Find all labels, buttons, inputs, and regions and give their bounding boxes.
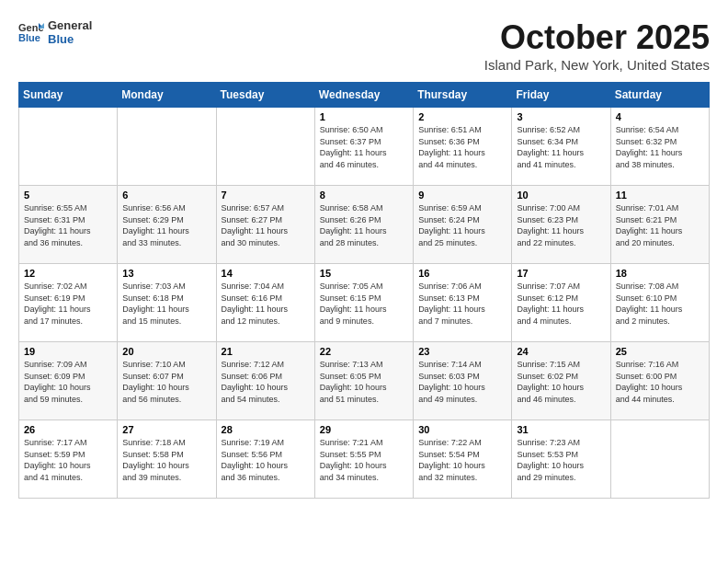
day-info: Sunrise: 7:09 AM Sunset: 6:09 PM Dayligh… bbox=[24, 359, 112, 405]
calendar-cell: 30Sunrise: 7:22 AM Sunset: 5:54 PM Dayli… bbox=[414, 420, 512, 499]
day-number: 25 bbox=[616, 346, 704, 357]
calendar-cell bbox=[610, 420, 709, 499]
day-number: 26 bbox=[24, 424, 112, 435]
day-number: 2 bbox=[418, 111, 506, 122]
day-info: Sunrise: 7:01 AM Sunset: 6:21 PM Dayligh… bbox=[616, 202, 704, 248]
day-info: Sunrise: 6:51 AM Sunset: 6:36 PM Dayligh… bbox=[418, 124, 506, 170]
calendar-subtitle: Island Park, New York, United States bbox=[484, 57, 710, 73]
day-info: Sunrise: 6:52 AM Sunset: 6:34 PM Dayligh… bbox=[517, 124, 605, 170]
weekday-header-friday: Friday bbox=[512, 83, 610, 108]
calendar-cell: 4Sunrise: 6:54 AM Sunset: 6:32 PM Daylig… bbox=[610, 108, 709, 186]
day-number: 29 bbox=[320, 424, 408, 435]
weekday-header-tuesday: Tuesday bbox=[216, 83, 314, 108]
day-info: Sunrise: 7:03 AM Sunset: 6:18 PM Dayligh… bbox=[122, 281, 210, 327]
day-info: Sunrise: 7:19 AM Sunset: 5:56 PM Dayligh… bbox=[222, 437, 310, 483]
calendar-cell bbox=[19, 108, 118, 186]
weekday-header-monday: Monday bbox=[118, 83, 216, 108]
day-number: 27 bbox=[122, 424, 210, 435]
day-info: Sunrise: 7:16 AM Sunset: 6:00 PM Dayligh… bbox=[616, 359, 704, 405]
day-info: Sunrise: 7:15 AM Sunset: 6:02 PM Dayligh… bbox=[517, 359, 605, 405]
day-info: Sunrise: 6:55 AM Sunset: 6:31 PM Dayligh… bbox=[24, 202, 112, 248]
week-row-2: 5Sunrise: 6:55 AM Sunset: 6:31 PM Daylig… bbox=[19, 186, 710, 264]
day-number: 15 bbox=[320, 268, 408, 279]
day-number: 21 bbox=[222, 346, 310, 357]
day-number: 6 bbox=[122, 190, 210, 201]
calendar-cell: 13Sunrise: 7:03 AM Sunset: 6:18 PM Dayli… bbox=[118, 264, 216, 342]
day-number: 11 bbox=[616, 190, 704, 201]
day-info: Sunrise: 7:23 AM Sunset: 5:53 PM Dayligh… bbox=[517, 437, 605, 483]
calendar-cell: 25Sunrise: 7:16 AM Sunset: 6:00 PM Dayli… bbox=[610, 342, 709, 420]
calendar-cell: 31Sunrise: 7:23 AM Sunset: 5:53 PM Dayli… bbox=[512, 420, 610, 499]
day-number: 31 bbox=[517, 424, 605, 435]
day-number: 24 bbox=[517, 346, 605, 357]
day-info: Sunrise: 7:05 AM Sunset: 6:15 PM Dayligh… bbox=[320, 281, 408, 327]
calendar-cell: 16Sunrise: 7:06 AM Sunset: 6:13 PM Dayli… bbox=[414, 264, 512, 342]
logo-blue: Blue bbox=[48, 32, 92, 46]
day-info: Sunrise: 7:22 AM Sunset: 5:54 PM Dayligh… bbox=[418, 437, 506, 483]
calendar-cell: 29Sunrise: 7:21 AM Sunset: 5:55 PM Dayli… bbox=[314, 420, 413, 499]
day-number: 1 bbox=[320, 111, 408, 122]
calendar-cell bbox=[118, 108, 216, 186]
calendar-cell: 2Sunrise: 6:51 AM Sunset: 6:36 PM Daylig… bbox=[414, 108, 512, 186]
day-info: Sunrise: 7:08 AM Sunset: 6:10 PM Dayligh… bbox=[616, 281, 704, 327]
week-row-1: 1Sunrise: 6:50 AM Sunset: 6:37 PM Daylig… bbox=[19, 108, 710, 186]
week-row-4: 19Sunrise: 7:09 AM Sunset: 6:09 PM Dayli… bbox=[19, 342, 710, 420]
day-info: Sunrise: 6:50 AM Sunset: 6:37 PM Dayligh… bbox=[320, 124, 408, 170]
day-number: 10 bbox=[517, 190, 605, 201]
day-info: Sunrise: 6:59 AM Sunset: 6:24 PM Dayligh… bbox=[418, 202, 506, 248]
calendar-cell: 3Sunrise: 6:52 AM Sunset: 6:34 PM Daylig… bbox=[512, 108, 610, 186]
calendar-cell: 28Sunrise: 7:19 AM Sunset: 5:56 PM Dayli… bbox=[216, 420, 314, 499]
weekday-header-row: SundayMondayTuesdayWednesdayThursdayFrid… bbox=[19, 83, 710, 108]
logo: General Blue General Blue bbox=[18, 18, 92, 46]
calendar-cell: 22Sunrise: 7:13 AM Sunset: 6:05 PM Dayli… bbox=[314, 342, 413, 420]
weekday-header-sunday: Sunday bbox=[19, 83, 118, 108]
day-info: Sunrise: 7:06 AM Sunset: 6:13 PM Dayligh… bbox=[418, 281, 506, 327]
calendar-cell: 19Sunrise: 7:09 AM Sunset: 6:09 PM Dayli… bbox=[19, 342, 118, 420]
day-info: Sunrise: 7:14 AM Sunset: 6:03 PM Dayligh… bbox=[418, 359, 506, 405]
weekday-header-wednesday: Wednesday bbox=[314, 83, 413, 108]
day-number: 16 bbox=[418, 268, 506, 279]
calendar-cell: 17Sunrise: 7:07 AM Sunset: 6:12 PM Dayli… bbox=[512, 264, 610, 342]
calendar-cell: 20Sunrise: 7:10 AM Sunset: 6:07 PM Dayli… bbox=[118, 342, 216, 420]
day-number: 30 bbox=[418, 424, 506, 435]
day-number: 23 bbox=[418, 346, 506, 357]
day-number: 22 bbox=[320, 346, 408, 357]
day-number: 8 bbox=[320, 190, 408, 201]
calendar-cell bbox=[216, 108, 314, 186]
title-area: October 2025 Island Park, New York, Unit… bbox=[484, 18, 710, 73]
day-number: 5 bbox=[24, 190, 112, 201]
logo-general: General bbox=[48, 18, 92, 32]
day-number: 4 bbox=[616, 111, 704, 122]
day-info: Sunrise: 7:00 AM Sunset: 6:23 PM Dayligh… bbox=[517, 202, 605, 248]
weekday-header-thursday: Thursday bbox=[414, 83, 512, 108]
day-info: Sunrise: 7:13 AM Sunset: 6:05 PM Dayligh… bbox=[320, 359, 408, 405]
calendar-title: October 2025 bbox=[484, 18, 710, 57]
calendar-cell: 9Sunrise: 6:59 AM Sunset: 6:24 PM Daylig… bbox=[414, 186, 512, 264]
day-number: 13 bbox=[122, 268, 210, 279]
week-row-3: 12Sunrise: 7:02 AM Sunset: 6:19 PM Dayli… bbox=[19, 264, 710, 342]
day-info: Sunrise: 6:57 AM Sunset: 6:27 PM Dayligh… bbox=[222, 202, 310, 248]
day-number: 28 bbox=[222, 424, 310, 435]
day-info: Sunrise: 6:56 AM Sunset: 6:29 PM Dayligh… bbox=[122, 202, 210, 248]
calendar-cell: 14Sunrise: 7:04 AM Sunset: 6:16 PM Dayli… bbox=[216, 264, 314, 342]
day-number: 18 bbox=[616, 268, 704, 279]
calendar-cell: 11Sunrise: 7:01 AM Sunset: 6:21 PM Dayli… bbox=[610, 186, 709, 264]
calendar-cell: 18Sunrise: 7:08 AM Sunset: 6:10 PM Dayli… bbox=[610, 264, 709, 342]
day-info: Sunrise: 7:21 AM Sunset: 5:55 PM Dayligh… bbox=[320, 437, 408, 483]
day-number: 19 bbox=[24, 346, 112, 357]
day-info: Sunrise: 7:02 AM Sunset: 6:19 PM Dayligh… bbox=[24, 281, 112, 327]
calendar-cell: 15Sunrise: 7:05 AM Sunset: 6:15 PM Dayli… bbox=[314, 264, 413, 342]
calendar-cell: 12Sunrise: 7:02 AM Sunset: 6:19 PM Dayli… bbox=[19, 264, 118, 342]
day-info: Sunrise: 6:54 AM Sunset: 6:32 PM Dayligh… bbox=[616, 124, 704, 170]
calendar-cell: 23Sunrise: 7:14 AM Sunset: 6:03 PM Dayli… bbox=[414, 342, 512, 420]
day-number: 12 bbox=[24, 268, 112, 279]
day-info: Sunrise: 7:10 AM Sunset: 6:07 PM Dayligh… bbox=[122, 359, 210, 405]
day-info: Sunrise: 7:12 AM Sunset: 6:06 PM Dayligh… bbox=[222, 359, 310, 405]
logo-icon: General Blue bbox=[18, 19, 44, 45]
calendar-cell: 26Sunrise: 7:17 AM Sunset: 5:59 PM Dayli… bbox=[19, 420, 118, 499]
svg-text:Blue: Blue bbox=[18, 32, 40, 43]
weekday-header-saturday: Saturday bbox=[610, 83, 709, 108]
calendar-cell: 27Sunrise: 7:18 AM Sunset: 5:58 PM Dayli… bbox=[118, 420, 216, 499]
day-number: 9 bbox=[418, 190, 506, 201]
day-number: 7 bbox=[222, 190, 310, 201]
